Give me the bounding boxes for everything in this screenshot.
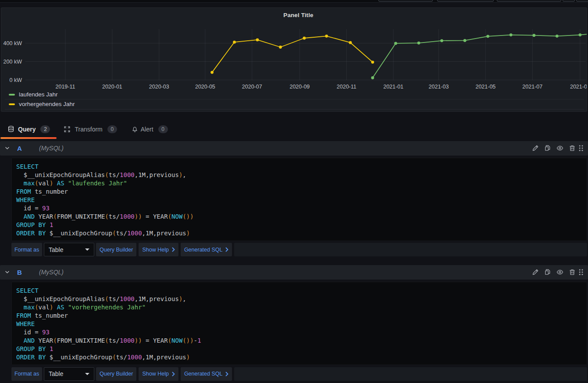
- sql-code-editor-b[interactable]: SELECT $__unixEpochGroupAlias(ts/1000,1M…: [11, 282, 587, 365]
- time-picker-button[interactable]: [497, 0, 561, 2]
- query-letter[interactable]: A: [17, 145, 22, 152]
- svg-text:2020-07: 2020-07: [242, 84, 262, 90]
- chevron-right-icon: [172, 247, 175, 252]
- footer-filler: [234, 243, 587, 256]
- format-select-value: Table: [49, 370, 85, 377]
- sql-code: SELECT $__unixEpochGroupAlias(ts/1000,1M…: [16, 287, 201, 362]
- zoom-out-button[interactable]: [563, 0, 575, 2]
- chevron-right-icon: [172, 372, 175, 376]
- chevron-down-icon[interactable]: [5, 270, 10, 274]
- query-datasource: (MySQL): [39, 145, 64, 152]
- format-as-label: Format as: [11, 243, 42, 256]
- trash-icon[interactable]: [569, 145, 576, 152]
- show-help-button[interactable]: Show Help: [139, 367, 178, 381]
- tab-transform[interactable]: Transform 0: [57, 121, 123, 139]
- tab-counter: 0: [158, 125, 168, 133]
- header-toolbar-cropped: [0, 0, 588, 3]
- series-color-marker: [9, 103, 15, 105]
- bell-icon: [132, 126, 138, 132]
- copy-icon[interactable]: [544, 269, 551, 276]
- database-icon: [8, 126, 14, 132]
- trash-icon[interactable]: [569, 269, 576, 276]
- refresh-button[interactable]: [576, 0, 588, 2]
- eye-icon[interactable]: [556, 269, 563, 276]
- chevron-down-icon[interactable]: [5, 146, 10, 150]
- legend-label[interactable]: laufendes Jahr: [19, 91, 58, 98]
- tab-counter: 0: [107, 125, 117, 133]
- tab-label: Alert: [141, 126, 153, 133]
- svg-text:2020-03: 2020-03: [149, 84, 169, 90]
- drag-handle-icon[interactable]: [578, 269, 584, 276]
- eye-icon[interactable]: [556, 145, 563, 152]
- format-select-value: Table: [49, 246, 85, 253]
- svg-text:2020-11: 2020-11: [337, 84, 356, 90]
- format-select[interactable]: Table: [44, 367, 94, 381]
- svg-text:400 kW: 400 kW: [4, 40, 22, 46]
- editor-tabs: Query 2 Transform 0 Alert: [0, 121, 588, 139]
- tab-counter: 2: [40, 125, 50, 133]
- svg-text:2020-05: 2020-05: [195, 84, 215, 90]
- query-datasource: (MySQL): [39, 269, 64, 276]
- svg-text:2021-01: 2021-01: [383, 84, 403, 90]
- svg-text:2021-03: 2021-03: [429, 84, 449, 90]
- legend-item[interactable]: vorhergehendes Jahr: [5, 99, 584, 110]
- query-letter[interactable]: B: [17, 269, 22, 276]
- series-color-marker: [9, 94, 15, 96]
- svg-text:200 kW: 200 kW: [4, 59, 22, 65]
- caret-down-icon: [85, 373, 89, 375]
- generated-sql-button[interactable]: Generated SQL: [181, 367, 232, 381]
- drag-handle-icon[interactable]: [578, 145, 584, 152]
- tab-alert[interactable]: Alert 0: [125, 121, 175, 139]
- edit-icon[interactable]: [532, 269, 539, 276]
- query-footer-b: Format as Table Query Builder Show Help …: [11, 367, 587, 381]
- query-builder-button[interactable]: Query Builder: [96, 367, 136, 381]
- sql-code: SELECT $__unixEpochGroupAlias(ts/1000,1M…: [16, 163, 194, 238]
- sql-code-editor-a[interactable]: SELECT $__unixEpochGroupAlias(ts/1000,1M…: [11, 158, 587, 241]
- footer-filler: [234, 367, 587, 381]
- svg-text:2021-07: 2021-07: [522, 84, 542, 90]
- transform-icon: [64, 126, 71, 133]
- legend-label[interactable]: vorhergehendes Jahr: [19, 101, 75, 107]
- header-button[interactable]: [437, 0, 494, 2]
- query-header-b[interactable]: B (MySQL): [0, 265, 588, 280]
- query-builder-button[interactable]: Query Builder: [96, 243, 136, 256]
- show-help-button[interactable]: Show Help: [139, 243, 178, 256]
- time-series-chart: 0 kW200 kW400 kW2019-112020-012020-03202…: [1, 8, 587, 100]
- tab-query[interactable]: Query 2: [0, 121, 57, 139]
- generated-sql-button[interactable]: Generated SQL: [181, 243, 232, 256]
- svg-text:2019-11: 2019-11: [56, 84, 75, 90]
- chevron-right-icon: [225, 247, 228, 252]
- edit-icon[interactable]: [532, 145, 539, 152]
- format-as-label: Format as: [11, 367, 42, 381]
- chevron-right-icon: [225, 372, 228, 376]
- query-header-a[interactable]: A (MySQL): [0, 141, 588, 156]
- panel: Panel Title 0 kW200 kW400 kW2019-112020-…: [1, 7, 587, 112]
- grafana-panel-editor: Panel Title 0 kW200 kW400 kW2019-112020-…: [0, 0, 588, 383]
- svg-text:2021-05: 2021-05: [475, 84, 495, 90]
- caret-down-icon: [85, 248, 89, 251]
- header-button[interactable]: [378, 0, 433, 2]
- format-select[interactable]: Table: [44, 243, 94, 256]
- svg-text:2020-09: 2020-09: [289, 84, 310, 90]
- svg-text:0 kW: 0 kW: [10, 77, 22, 83]
- svg-text:2020-01: 2020-01: [102, 84, 122, 90]
- tab-label: Transform: [75, 126, 102, 133]
- legend-item[interactable]: laufendes Jahr: [5, 90, 584, 99]
- svg-text:2021-09: 2021-09: [570, 84, 587, 90]
- query-footer-a: Format as Table Query Builder Show Help …: [11, 243, 587, 256]
- copy-icon[interactable]: [544, 145, 551, 152]
- tab-label: Query: [18, 126, 36, 133]
